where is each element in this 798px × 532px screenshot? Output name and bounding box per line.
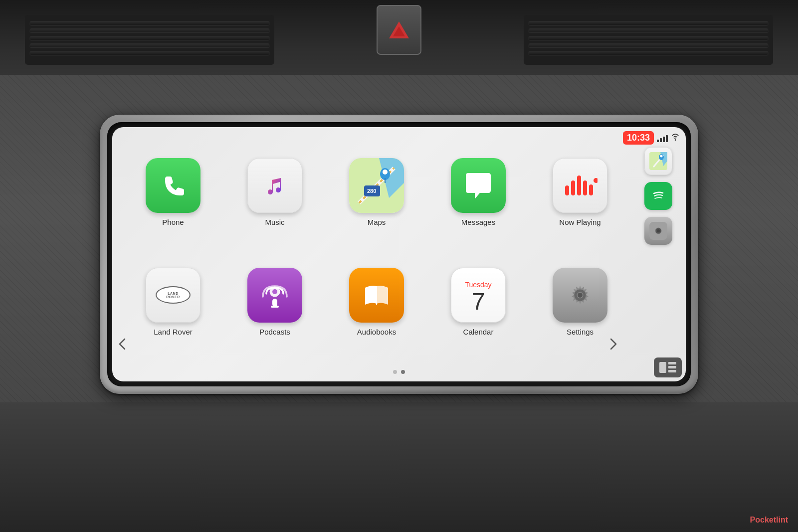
hazard-button[interactable] (377, 5, 421, 55)
svg-point-28 (657, 229, 660, 232)
carplay-screen: 10:33 (112, 127, 686, 381)
app-podcasts[interactable]: Podcasts (229, 252, 321, 352)
sidebar-settings-button[interactable] (644, 217, 672, 245)
calendar-day-number: 7 (472, 290, 485, 314)
vent-slat (529, 36, 768, 40)
calendar-label: Calendar (463, 328, 494, 336)
svg-rect-30 (668, 362, 676, 364)
app-music[interactable]: Music (229, 142, 321, 242)
watermark: Pocketlint (750, 516, 788, 525)
messages-label: Messages (461, 218, 495, 226)
svg-rect-16 (271, 306, 279, 308)
svg-rect-11 (589, 184, 593, 195)
vent-slat (30, 36, 269, 40)
status-bar: 10:33 (617, 127, 686, 149)
podcasts-icon (247, 268, 302, 323)
page-dot-2[interactable] (401, 370, 405, 374)
svg-rect-9 (577, 176, 581, 195)
vent-slat (529, 21, 768, 25)
time-display: 10:33 (623, 131, 654, 145)
settings-icon (553, 268, 607, 323)
svg-rect-8 (571, 180, 575, 195)
nowplaying-label: Now Playing (559, 218, 600, 226)
vent-slat (30, 28, 269, 32)
app-messages[interactable]: Messages (432, 142, 524, 242)
app-nowplaying[interactable]: Now Playing (534, 142, 626, 242)
app-grid: Phone Music (127, 137, 626, 356)
sidebar-maps-button[interactable] (644, 147, 672, 175)
phone-icon (146, 158, 200, 213)
svg-point-25 (649, 187, 667, 205)
sidebar-spotify-button[interactable] (644, 182, 672, 210)
app-phone[interactable]: Phone (127, 142, 219, 242)
phone-label: Phone (162, 218, 184, 226)
svg-rect-7 (565, 185, 569, 195)
music-label: Music (265, 218, 284, 226)
svg-point-20 (578, 293, 583, 298)
signal-bar-3 (663, 137, 665, 142)
svg-text:280: 280 (367, 188, 376, 194)
landrover-icon: LAND ROVER (146, 268, 200, 323)
app-maps[interactable]: 280 Maps (331, 142, 422, 242)
page-indicator (393, 370, 405, 374)
vent-slat (529, 43, 768, 47)
svg-rect-29 (659, 362, 666, 373)
svg-point-12 (594, 178, 598, 183)
calendar-icon: Tuesday 7 (451, 268, 506, 323)
wifi-icon (671, 134, 680, 142)
screen-bezel: 10:33 (100, 115, 698, 394)
vent-slat (30, 43, 269, 47)
app-calendar[interactable]: Tuesday 7 Calendar (432, 252, 524, 352)
settings-label: Settings (567, 328, 594, 336)
vent-left (25, 15, 274, 65)
nowplaying-icon (553, 158, 607, 213)
signal-icon (657, 134, 668, 142)
music-icon (247, 158, 302, 213)
svg-rect-32 (668, 370, 676, 372)
svg-rect-15 (272, 299, 277, 307)
svg-rect-10 (583, 180, 587, 195)
calendar-day-display: Tuesday 7 (465, 277, 491, 314)
bottom-panel (0, 402, 798, 532)
view-toggle-button[interactable] (654, 357, 682, 377)
svg-point-0 (675, 140, 676, 141)
landrover-label: Land Rover (154, 328, 193, 336)
signal-bar-1 (657, 140, 659, 142)
messages-icon (451, 158, 506, 213)
vent-slat (30, 21, 269, 25)
signal-bar-2 (660, 138, 662, 142)
svg-point-24 (660, 155, 663, 158)
svg-point-14 (272, 289, 277, 294)
vent-right (524, 15, 773, 65)
watermark-suffix: lint (776, 516, 788, 524)
page-dot-1[interactable] (393, 370, 397, 374)
maps-label: Maps (368, 218, 386, 226)
vent-slat (529, 28, 768, 32)
signal-bar-4 (666, 135, 668, 142)
app-audiobooks[interactable]: Audiobooks (331, 252, 422, 352)
prev-page-button[interactable] (115, 334, 130, 354)
next-page-button[interactable] (606, 334, 621, 354)
podcasts-label: Podcasts (259, 328, 290, 336)
svg-rect-31 (668, 366, 676, 368)
landrover-oval: LAND ROVER (156, 286, 191, 304)
vent-slat (30, 51, 269, 55)
svg-point-6 (383, 170, 388, 175)
watermark-prefix: Pocket (750, 516, 776, 524)
vent-slat (529, 51, 768, 55)
audiobooks-label: Audiobooks (357, 328, 396, 336)
audiobooks-icon (349, 268, 404, 323)
app-landrover[interactable]: LAND ROVER Land Rover (127, 252, 219, 352)
calendar-day-name: Tuesday (465, 281, 491, 289)
maps-icon: 280 (349, 158, 404, 213)
right-sidebar (631, 127, 686, 381)
